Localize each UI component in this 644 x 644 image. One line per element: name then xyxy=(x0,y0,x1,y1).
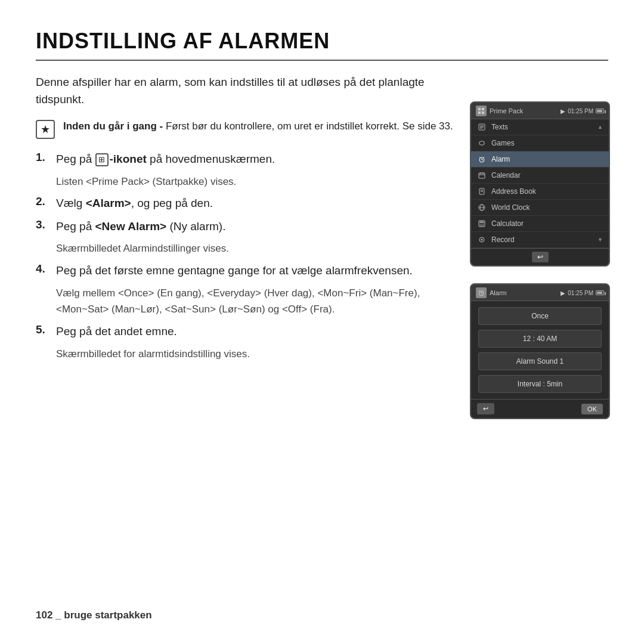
alarm-time-label: 12 : 40 AM xyxy=(523,335,557,343)
step-2-content: Vælg <Alarm>, og peg på den. xyxy=(56,195,213,212)
menu-item-games[interactable]: Games xyxy=(471,135,609,151)
device-1-header-icon xyxy=(476,106,487,116)
svg-line-37 xyxy=(482,290,484,292)
svg-point-28 xyxy=(480,225,481,227)
device-1-back-button[interactable]: ↩ xyxy=(532,252,549,262)
menu-label-record: Record xyxy=(491,236,593,244)
step-5: 5. Peg på det andet emne. xyxy=(36,323,453,340)
alarm-icon xyxy=(477,154,487,164)
step-3-sub: Skærmbilledet Alarmindstillinger vises. xyxy=(56,241,453,256)
svg-point-27 xyxy=(483,224,484,225)
menu-item-calendar[interactable]: Calendar xyxy=(471,168,609,184)
games-icon xyxy=(477,138,487,148)
step-4-content: Peg på det første emne gentagne gange fo… xyxy=(56,262,413,280)
note-bold: Inden du går i gang - xyxy=(63,120,163,132)
device-1-time: 01:25 PM xyxy=(568,108,593,114)
step-3-content: Peg på <New Alarm> (Ny alarm). xyxy=(56,218,225,236)
step-5-num: 5. xyxy=(36,323,50,336)
svg-rect-2 xyxy=(478,112,481,114)
alarm-body: Once 12 : 40 AM Alarm Sound 1 Interval :… xyxy=(471,301,609,399)
page: INDSTILLING AF ALARMEN Denne afspiller h… xyxy=(0,0,644,644)
device-1-title: Prime Pack xyxy=(490,107,523,114)
step-1-sub: Listen <Prime Pack> (Startpakke) vises. xyxy=(56,174,453,190)
step-2-bold: <Alarm> xyxy=(86,197,131,209)
step-2-num: 2. xyxy=(36,195,50,208)
page-title: INDSTILLING AF ALARMEN xyxy=(36,29,608,61)
svg-rect-3 xyxy=(482,112,484,114)
alarm-once-label: Once xyxy=(531,312,549,320)
note-box: ★ Inden du går i gang - Først bør du kon… xyxy=(36,119,453,139)
alarm-field-once[interactable]: Once xyxy=(478,307,602,325)
svg-point-30 xyxy=(483,225,484,227)
alarm-field-time[interactable]: 12 : 40 AM xyxy=(478,330,602,348)
device-2-battery-fill xyxy=(597,292,602,294)
menu-item-record[interactable]: Record ▼ xyxy=(471,232,609,248)
calculator-icon xyxy=(477,219,487,228)
svg-rect-24 xyxy=(480,222,484,223)
step-5-sub: Skærmbilledet for alarmtidsindstilling v… xyxy=(56,346,453,362)
svg-line-36 xyxy=(479,290,480,292)
record-icon xyxy=(477,235,487,244)
device-1-header-left: Prime Pack xyxy=(476,106,523,116)
menu-item-worldclock[interactable]: World Clock xyxy=(471,200,609,216)
device-2-header-icon xyxy=(476,287,487,298)
menu-label-calculator: Calculator xyxy=(491,219,603,228)
menu-label-texts: Texts xyxy=(491,123,593,131)
device-1-back-row: ↩ xyxy=(471,248,609,265)
steps-container: 1. Peg på ⊞-ikonet på hovedmenuskærmen. … xyxy=(36,151,453,361)
menu-label-calendar: Calendar xyxy=(491,171,603,179)
intro-text: Denne afspiller har en alarm, som kan in… xyxy=(36,74,453,108)
menu-label-alarm: Alarm xyxy=(491,155,603,163)
alarm-back-button[interactable]: ↩ xyxy=(477,403,494,414)
svg-line-11 xyxy=(479,157,481,158)
device-2-battery xyxy=(596,290,604,295)
step-4: 4. Peg på det første emne gentagne gange… xyxy=(36,262,453,280)
battery-icon xyxy=(596,109,604,113)
step-3-num: 3. xyxy=(36,218,50,231)
devices-column: Prime Pack ▶ 01:25 PM Texts ▲ xyxy=(470,101,613,419)
device-2-frame: Alarm ▶ 01:25 PM Once 12 : 40 AM Alarm S… xyxy=(470,283,610,419)
menu-label-games: Games xyxy=(491,139,603,147)
device-2-header: Alarm ▶ 01:25 PM xyxy=(471,284,609,301)
svg-point-25 xyxy=(480,224,481,225)
primepack-icon: ⊞ xyxy=(95,153,109,166)
menu-item-texts[interactable]: Texts ▲ xyxy=(471,119,609,135)
device-2-play: ▶ xyxy=(561,290,565,296)
svg-point-32 xyxy=(481,239,483,241)
step-1: 1. Peg på ⊞-ikonet på hovedmenuskærmen. xyxy=(36,151,453,168)
menu-item-addressbook[interactable]: Address Book xyxy=(471,184,609,200)
menu-label-worldclock: World Clock xyxy=(491,203,603,212)
menu-item-calculator[interactable]: Calculator xyxy=(471,216,609,232)
menu-item-alarm[interactable]: Alarm xyxy=(471,151,609,168)
step-4-sub: Vælg mellem <Once> (En gang), <Everyday>… xyxy=(56,285,450,317)
step-4-num: 4. xyxy=(36,262,50,275)
alarm-sound-label: Alarm Sound 1 xyxy=(516,357,564,366)
svg-rect-13 xyxy=(479,173,485,178)
note-text: Inden du går i gang - Først bør du kontr… xyxy=(63,119,453,134)
device-2-status: ▶ 01:25 PM xyxy=(561,290,604,296)
alarm-back-label: ↩ xyxy=(483,405,488,412)
footer: 102 _ bruge startpakken xyxy=(36,609,152,621)
step-3: 3. Peg på <New Alarm> (Ny alarm). xyxy=(36,218,453,236)
step-1-num: 1. xyxy=(36,151,50,164)
battery-fill xyxy=(597,110,602,112)
texts-icon xyxy=(477,122,487,132)
device-2-header-left: Alarm xyxy=(476,287,507,298)
alarm-ok-button[interactable]: OK xyxy=(581,404,603,414)
svg-point-26 xyxy=(481,224,482,225)
step-1-content: Peg på ⊞-ikonet på hovedmenuskærmen. xyxy=(56,151,275,168)
device-2-time: 01:25 PM xyxy=(568,290,593,296)
svg-rect-0 xyxy=(478,108,481,110)
note-body: Først bør du kontrollere, om uret er ind… xyxy=(163,120,453,132)
scroll-arrow-down: ▼ xyxy=(597,237,603,243)
svg-rect-1 xyxy=(482,108,484,110)
device-2-title: Alarm xyxy=(490,289,507,296)
svg-point-29 xyxy=(481,225,482,227)
worldclock-icon xyxy=(477,203,487,212)
alarm-interval-label: Interval : 5min xyxy=(518,380,562,388)
calendar-icon xyxy=(477,171,487,180)
alarm-ok-label: OK xyxy=(587,405,597,413)
alarm-field-sound[interactable]: Alarm Sound 1 xyxy=(478,352,602,370)
alarm-field-interval[interactable]: Interval : 5min xyxy=(478,375,602,393)
svg-line-12 xyxy=(483,157,484,158)
